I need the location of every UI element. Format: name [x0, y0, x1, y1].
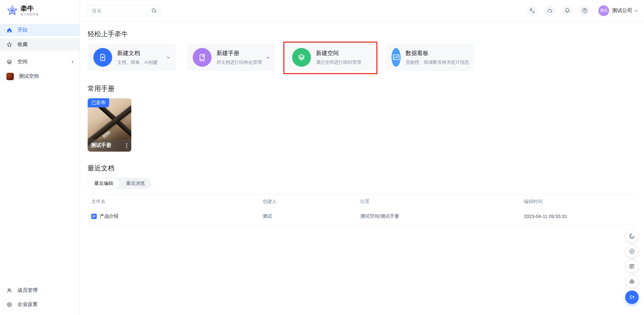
robot-icon [629, 278, 635, 285]
list-up-icon [629, 294, 635, 301]
column-header: 创建人 [259, 199, 357, 205]
topbar-right: 文 A [520, 5, 639, 16]
sidebar-item-spaces[interactable]: 空间 [0, 56, 80, 68]
manual-card[interactable]: 已发布 测试手册 [88, 98, 131, 152]
quickstart-card-new-manual[interactable]: 新建手册 对文档进行结构化管理 [187, 44, 275, 71]
badge-button[interactable] [626, 245, 638, 257]
document-icon [91, 214, 97, 219]
bell-icon [564, 7, 570, 14]
sidebar-item-label: 测试空间 [19, 73, 39, 80]
sidebar-item-favorites[interactable]: 收藏 [0, 38, 80, 51]
file-location: 测试空间/测试手册 [357, 213, 520, 219]
sidebar-item-label: 空间 [17, 59, 28, 65]
doc-add-icon [98, 53, 107, 62]
column-header: 编辑时间 [520, 199, 636, 205]
brand-subtitle: 电子帮助手册 [20, 12, 39, 17]
svg-text:A: A [532, 10, 534, 14]
card-subtitle: 贡献榜、阅读数等相关统计信息 [406, 59, 469, 65]
table-header: 文件名 创建人 位置 编辑时间 [88, 194, 636, 209]
sidebar-nav: 开始 收藏 空间 [0, 24, 80, 85]
file-edit-time: 2023-04-11 09:55:31 [520, 214, 636, 219]
qrcode-icon [629, 263, 635, 269]
manuals-title: 常用手册 [88, 84, 636, 93]
spiral-icon [629, 233, 635, 240]
search-box [88, 5, 160, 16]
card-subtitle: 文档、模板、AI创建 [117, 59, 158, 65]
tab-recent-edited[interactable]: 最近编辑 [88, 178, 120, 189]
sidebar-item-label: 成员管理 [17, 287, 38, 294]
chevron-right-icon [70, 60, 75, 64]
manual-card-footer: 测试手册 [88, 139, 131, 152]
sidebar-item-members[interactable]: 成员管理 [0, 284, 80, 297]
card-title: 新建手册 [217, 49, 262, 57]
recent-tabs: 最近编辑 最近浏览 [88, 178, 151, 189]
search-icon[interactable] [151, 7, 157, 14]
quickstart-title: 轻松上手牵牛 [88, 30, 636, 39]
topbar: 文 A [80, 0, 644, 21]
card-subtitle: 对文档进行结构化管理 [217, 59, 262, 65]
spiral-button[interactable] [626, 230, 638, 242]
quickstart-card-new-space[interactable]: 新建空间 通过空间进行组织管理 [286, 44, 374, 71]
quickstart-card-dashboard[interactable]: 数据看板 贡献榜、阅读数等相关统计信息 [386, 44, 474, 71]
sidebar-bottom: 成员管理 企业设置 [0, 284, 80, 315]
recent-documents-table: 文件名 创建人 位置 编辑时间 产品介绍 测试 测试空间/测试手册 [88, 194, 636, 224]
status-badge: 已发布 [88, 98, 109, 107]
help-icon [582, 7, 588, 14]
card-subtitle: 通过空间进行组织管理 [316, 59, 361, 65]
svg-text:文: 文 [529, 8, 533, 11]
search-input[interactable] [88, 5, 160, 16]
quickstart-card-new-document[interactable]: 新建文档 文档、模板、AI创建 [88, 44, 176, 71]
tab-recent-viewed[interactable]: 最近浏览 [120, 178, 151, 189]
content: 轻松上手牵牛 新建文档 文档、模板、AI创建 [80, 21, 644, 315]
file-name: 产品介绍 [100, 213, 119, 219]
more-options-icon[interactable] [125, 142, 129, 149]
space-thumbnail [6, 73, 14, 80]
floating-toolbar [625, 230, 639, 304]
card-title: 新建文档 [117, 49, 158, 57]
sidebar-item-test-space[interactable]: 测试空间 [0, 70, 80, 83]
column-header: 位置 [357, 199, 520, 205]
layers-icon [297, 53, 306, 62]
notifications-button[interactable] [562, 6, 572, 16]
robot-button[interactable] [626, 275, 638, 287]
card-title: 数据看板 [406, 49, 469, 57]
translate-button[interactable]: 文 A [527, 6, 537, 16]
chevron-down-icon[interactable] [265, 55, 270, 60]
sidebar-item-label: 开始 [17, 27, 28, 33]
file-creator: 测试 [259, 213, 357, 219]
settings-icon [6, 302, 12, 308]
manual-name: 测试手册 [91, 142, 125, 149]
back-to-top-button[interactable] [625, 291, 639, 304]
home-icon [6, 27, 12, 33]
column-header: 文件名 [88, 199, 259, 205]
members-icon [6, 287, 12, 294]
help-button[interactable] [580, 6, 590, 16]
star-icon [6, 42, 12, 48]
chevron-down-icon[interactable] [166, 55, 171, 60]
sidebar-item-label: 收藏 [17, 41, 28, 48]
brand: 牵牛 电子帮助手册 [0, 0, 80, 21]
app-root: 牵牛 电子帮助手册 开始 收藏 [0, 0, 644, 315]
company-name: 测试公司 [612, 7, 632, 14]
account-menu[interactable]: 测试 测试公司 [598, 5, 639, 16]
qrcode-button[interactable] [626, 260, 638, 272]
translate-icon: 文 A [529, 7, 536, 14]
card-title: 新建空间 [316, 49, 361, 57]
chevron-down-icon [634, 8, 639, 13]
sidebar: 牵牛 电子帮助手册 开始 收藏 [0, 0, 80, 315]
quickstart-cards: 新建文档 文档、模板、AI创建 [88, 44, 636, 71]
layers-icon [6, 59, 12, 65]
sidebar-item-start[interactable]: 开始 [0, 24, 80, 36]
avatar: 测试 [598, 5, 609, 16]
headset-icon [547, 7, 553, 14]
table-row[interactable]: 产品介绍 测试 测试空间/测试手册 2023-04-11 09:55:31 [88, 209, 636, 224]
brand-name: 牵牛 [20, 5, 39, 12]
book-icon [198, 53, 206, 62]
sidebar-item-label: 企业设置 [17, 301, 38, 308]
brand-logo-icon [7, 5, 18, 16]
main-area: 文 A [80, 0, 644, 315]
sidebar-item-settings[interactable]: 企业设置 [0, 298, 80, 311]
recent-title: 最近文档 [88, 164, 636, 173]
dashboard-icon [392, 53, 401, 62]
support-button[interactable] [545, 6, 555, 16]
